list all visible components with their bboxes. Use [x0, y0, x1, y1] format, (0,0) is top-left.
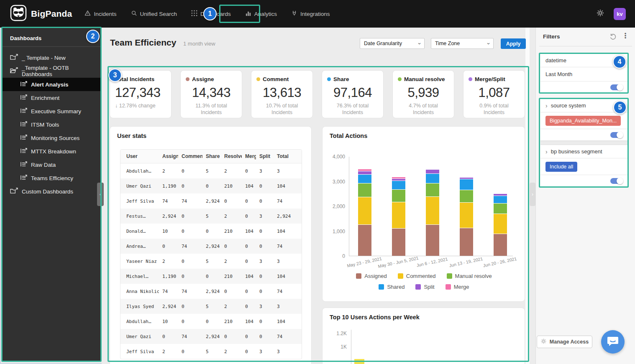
table-cell: 0: [178, 349, 202, 354]
filters-collapse-handle[interactable]: ›: [530, 183, 535, 206]
sidebar-item-executive-summary[interactable]: Executive Summary: [3, 104, 100, 118]
filter-gap: [540, 141, 628, 145]
table-cell: Donald…: [120, 229, 159, 234]
legend-item-commented[interactable]: Commented: [398, 273, 436, 279]
reset-filters-icon[interactable]: [609, 33, 617, 42]
table-cell: Yaseer Niaz: [120, 259, 159, 264]
legend-item-manual-resolve[interactable]: Manual resolve: [447, 273, 492, 279]
sidebar-item-raw-data[interactable]: Raw Data: [3, 158, 100, 171]
legend-item-split[interactable]: Split: [415, 284, 434, 290]
legend-item-shared[interactable]: Shared: [379, 284, 405, 290]
table-cell: 0: [242, 259, 256, 264]
settings-gear-icon[interactable]: [596, 9, 604, 19]
column-header[interactable]: User: [120, 153, 159, 159]
table-cell: 0: [178, 304, 202, 309]
dashboard-share-icon: [20, 108, 27, 115]
bar-segment-shared: [460, 179, 473, 190]
folder-share-icon: [10, 188, 18, 195]
table-cell: 2,924: [202, 334, 221, 339]
sidebar-item-custom-dashboards[interactable]: Custom Dashboards: [3, 185, 100, 198]
table-cell: Umer Qazi: [120, 183, 159, 189]
table-cell: 0: [256, 244, 274, 249]
source-system-toggle[interactable]: [610, 132, 623, 138]
column-header[interactable]: Assign: [159, 153, 178, 159]
kpi-value: 1,087: [469, 85, 520, 100]
source-system-chip[interactable]: Bigpanda_Availability_Mon...: [545, 116, 621, 126]
bar-segment-shared: [358, 174, 371, 183]
nav-item-unified-search[interactable]: Unified Search: [131, 10, 177, 18]
sidebar-item-monitoring-sources[interactable]: Monitoring Sources: [3, 131, 100, 145]
table-cell: 0: [256, 229, 274, 234]
stacked-bar-3[interactable]: [426, 169, 439, 256]
bp-business-segment-toggle[interactable]: [610, 178, 623, 184]
chat-widget-button[interactable]: [601, 330, 625, 354]
top10-users-card: Top 10 Users Actions per Week 1.2K 1K: [322, 308, 525, 364]
search-icon: [131, 10, 137, 18]
table-cell: 0: [256, 183, 274, 189]
bp-business-segment-header[interactable]: › bp business segment: [540, 145, 628, 158]
column-header[interactable]: Total: [274, 153, 297, 159]
sidebar-item-alert-analysis[interactable]: Alert Analysis: [3, 78, 100, 91]
source-system-chip-row: Bigpanda_Availability_Mon...: [540, 112, 628, 129]
stacked-bar-1[interactable]: [358, 169, 371, 256]
table-cell: Ilyas Syed: [120, 304, 159, 309]
datetime-filter-header[interactable]: datetime: [540, 54, 628, 67]
time-zone-select[interactable]: Time Zone ›: [431, 38, 494, 49]
table-cell: 74: [274, 289, 297, 294]
table-cell: 104: [242, 229, 256, 234]
column-header[interactable]: Comment: [178, 153, 202, 159]
nav-item-analytics[interactable]: Analytics: [245, 10, 277, 18]
sidebar-collapse-handle[interactable]: ‹: [97, 183, 104, 206]
legend-item-merge[interactable]: Merge: [446, 284, 469, 290]
main-scrollbar-track[interactable]: [525, 28, 530, 364]
filters-kebab-menu-icon[interactable]: •••: [622, 33, 628, 39]
sidebar-item-template-new[interactable]: _ Template - New: [3, 51, 100, 64]
nav-right: kv: [596, 8, 626, 20]
table-cell: 74: [159, 199, 178, 204]
bigpanda-logo[interactable]: BigPanda: [10, 5, 72, 23]
table-row: Ilyas Syed2,924052033: [120, 299, 302, 314]
apply-button[interactable]: Apply: [501, 38, 526, 49]
y-axis-tick: 2,000: [323, 204, 345, 209]
manage-access-button[interactable]: Manage Access: [537, 336, 592, 348]
date-granularity-select[interactable]: Date Granularity ›: [360, 38, 425, 49]
table-row: Umer Qazi1,190002101040104: [120, 178, 302, 193]
table-cell: 0: [242, 214, 256, 219]
legend-item-assigned[interactable]: Assigned: [356, 273, 387, 279]
column-header[interactable]: Split: [256, 153, 274, 159]
total-actions-plot: [349, 157, 513, 256]
table-cell: 5: [202, 349, 221, 354]
datetime-toggle[interactable]: [610, 84, 623, 90]
table-cell: 104: [242, 274, 256, 279]
table-row: Yaseer Niaz2052033: [120, 254, 302, 269]
datetime-filter-value[interactable]: Last Month: [540, 67, 628, 81]
nav-item-dashboards[interactable]: Dashboards: [191, 10, 231, 18]
table-cell: 2,924: [274, 214, 297, 219]
table-cell: 0: [256, 274, 274, 279]
user-avatar[interactable]: kv: [614, 8, 626, 20]
sidebar-item-enrichment[interactable]: Enrichment: [3, 91, 100, 104]
table-cell: 5: [202, 168, 221, 174]
table-cell: Jeff Silva: [120, 199, 159, 204]
nav-item-incidents[interactable]: Incidents: [84, 10, 116, 18]
grid-icon: [191, 10, 197, 18]
column-header[interactable]: Merge: [242, 153, 256, 159]
bar-segment-manual-resolve: [392, 189, 405, 202]
kpi-subtext: 76.3% of totalIncidents: [327, 102, 378, 116]
stacked-bar-5[interactable]: [494, 193, 507, 256]
column-header[interactable]: Share: [202, 153, 221, 159]
stacked-bar-2[interactable]: [392, 177, 405, 256]
table-cell: 104: [242, 183, 256, 189]
include-all-chip[interactable]: Include all: [545, 162, 577, 172]
sidebar-item-itsm-tools[interactable]: ITSM Tools: [3, 118, 100, 131]
table-cell: 210: [221, 229, 242, 234]
sidebar-item-teams-efficiency[interactable]: Teams Efficiency: [3, 171, 100, 185]
column-header[interactable]: Resolve: [221, 153, 242, 159]
sidebar-item-mttx-breakdown[interactable]: MTTX Breakdown: [3, 145, 100, 158]
nav-item-integrations[interactable]: Integrations: [291, 10, 330, 18]
table-cell: 5: [202, 214, 221, 219]
source-system-filter-header[interactable]: › source system: [540, 99, 628, 112]
table-row: Abdullah…2052033: [120, 163, 302, 178]
stacked-bar-4[interactable]: [460, 177, 473, 256]
sidebar-item-template-ootb-dashboards[interactable]: _Template - OOTB Dashboards: [3, 64, 100, 78]
